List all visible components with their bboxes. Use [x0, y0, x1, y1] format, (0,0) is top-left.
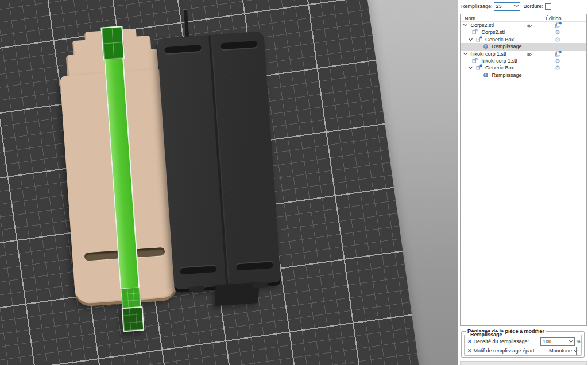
gear-icon[interactable]: ⚙ — [555, 29, 560, 36]
object-tree: Nom Édition Corps2.stl Corps2.stl ⚙ — [460, 14, 587, 326]
infill-toolbar: Remplissage: 23 Bordure: — [458, 0, 588, 13]
sphere-setting-icon — [483, 44, 488, 49]
tree-header-edition: Édition — [546, 15, 562, 21]
remove-setting-icon[interactable]: ✕ — [467, 339, 472, 344]
infill-settings-group-title: Remplissage — [469, 332, 504, 337]
pattern-setting-row: ✕ Motif de remplissage épart: Monotone — [467, 347, 581, 355]
gear-icon[interactable]: ⚙ — [555, 57, 560, 65]
mesh-arrow-dot-icon — [476, 36, 482, 44]
sphere-setting-icon — [483, 73, 488, 77]
tree-row-label: Remplissage — [492, 44, 522, 49]
pattern-value: Monotone — [549, 348, 572, 354]
model-hikoki-tab-left — [189, 286, 205, 293]
modifier-box-foot — [122, 306, 145, 332]
tree-header: Nom Édition — [461, 14, 586, 22]
chevron-down-icon — [574, 348, 578, 352]
tree-row-label: hikoki corp 1.stl — [471, 51, 506, 57]
chevron-down-icon[interactable] — [469, 65, 473, 69]
tree-row-genericbox-1[interactable]: Generic-Box ⚙ — [461, 36, 586, 43]
infill-value: 23 — [496, 3, 502, 9]
chevron-down-icon[interactable] — [463, 51, 467, 55]
tree-row-genericbox-2[interactable]: Generic-Box ⚙ — [461, 64, 586, 71]
infill-label: Remplissage: — [461, 3, 493, 9]
chevron-down-icon[interactable] — [469, 37, 473, 41]
tree-row-label: Corps2.stl — [482, 29, 505, 35]
tree-row-remplissage-2[interactable]: Remplissage — [461, 72, 586, 79]
pattern-combobox[interactable]: Monotone — [547, 347, 577, 355]
pattern-label: Motif de remplissage épart: — [474, 348, 536, 354]
model-hikoki-tab-right — [252, 282, 268, 288]
border-checkbox[interactable] — [545, 3, 551, 10]
3d-viewport[interactable] — [0, 0, 458, 365]
tree-row-remplissage-1[interactable]: Remplissage — [461, 43, 586, 50]
infill-settings-group: Remplissage ✕ Densité du remplissage: 10… — [464, 335, 582, 356]
piece-settings-group: Réglages de la pièce à modifier Rempliss… — [461, 331, 585, 358]
density-label: Densité du remplissage: — [474, 339, 529, 344]
density-unit: % — [577, 339, 581, 344]
model-hikoki-corp[interactable] — [155, 5, 286, 310]
tree-row-label: hikoki corp 1.stl — [482, 58, 517, 64]
modifier-box-lower — [121, 287, 141, 309]
gear-icon[interactable]: ⚙ — [555, 64, 560, 72]
density-setting-row: ✕ Densité du remplissage: 100 % — [467, 337, 581, 345]
tree-row-label: Remplissage — [492, 72, 522, 78]
tree-row-hikoki-mesh[interactable]: hikoki corp 1.stl ⚙ — [461, 57, 586, 64]
tree-row-label: Generic-Box — [485, 65, 514, 71]
remove-setting-icon[interactable]: ✕ — [467, 348, 472, 354]
side-panel: Remplissage: 23 Bordure: Nom Édition Cor… — [458, 0, 588, 365]
modifier-box-top-cap — [100, 26, 125, 61]
mesh-arrow-icon — [472, 29, 478, 36]
tree-row-corps2-group[interactable]: Corps2.stl — [461, 22, 586, 29]
mesh-arrow-dot-icon — [476, 64, 482, 72]
chevron-down-icon[interactable] — [463, 22, 467, 26]
mesh-arrow-icon — [472, 57, 478, 65]
tree-row-hikoki-group[interactable]: hikoki corp 1.stl — [461, 51, 586, 57]
column-separator — [541, 15, 541, 21]
density-value: 100 — [543, 339, 551, 344]
density-combobox[interactable]: 100 — [540, 337, 575, 346]
tree-row-corps2-mesh[interactable]: Corps2.stl ⚙ — [461, 29, 586, 36]
tree-row-label: Corps2.stl — [471, 22, 494, 28]
chevron-down-icon — [514, 3, 518, 7]
tree-header-name: Nom — [465, 15, 475, 21]
chevron-down-icon — [569, 339, 573, 343]
bottom-strip — [460, 361, 587, 365]
infill-value-combobox[interactable]: 23 — [494, 2, 520, 11]
tree-row-label: Generic-Box — [485, 37, 514, 42]
border-label: Bordure: — [524, 3, 544, 9]
gear-icon[interactable]: ⚙ — [555, 36, 560, 44]
